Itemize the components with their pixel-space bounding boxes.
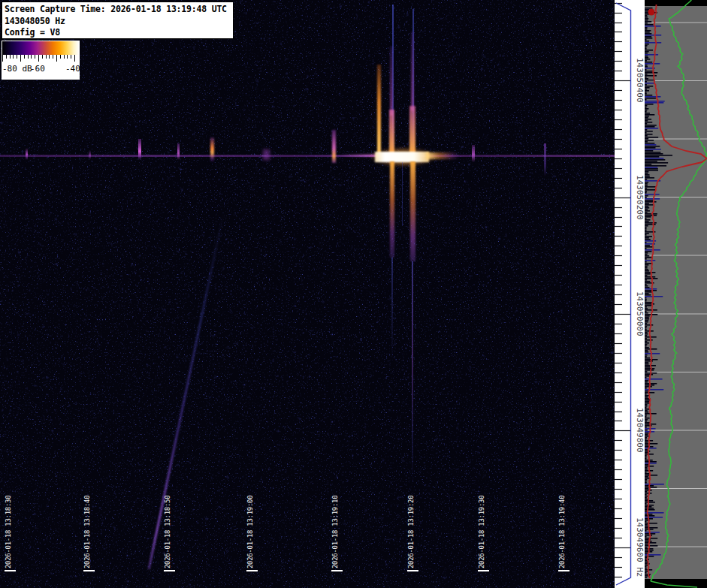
spectrum-noise-bar <box>645 132 647 134</box>
spectrum-noise-bar <box>645 92 647 93</box>
time-tick <box>558 570 570 571</box>
spectrum-noise-bar <box>645 83 655 84</box>
spectrum-noise-bar <box>645 320 648 321</box>
spectrum-noise-bar <box>645 8 652 9</box>
spectrum-noise-bar <box>645 59 650 60</box>
spectrum-noise-bar <box>645 218 647 219</box>
time-label: 2026-01-18 13:18:30 <box>5 496 13 568</box>
spectrum-noise-bar <box>645 134 653 135</box>
spectrum-noise-bar <box>645 487 657 488</box>
time-label: 2026-01-18 13:19:20 <box>407 496 415 568</box>
spectrum-noise-bar <box>645 407 647 409</box>
spectrum-noise-bar <box>645 195 648 197</box>
time-label: 2026-01-18 13:18:50 <box>164 496 172 568</box>
spectrum-noise-bar <box>645 318 649 320</box>
time-tick <box>407 570 418 571</box>
spectrum-noise-bar <box>645 430 648 431</box>
red-peak-marker-dot <box>648 9 655 16</box>
spectrum-noise-bar <box>645 266 648 267</box>
spectrum-noise-bar <box>645 207 649 209</box>
spectrum-noise-bar <box>645 288 657 290</box>
spectrum-noise-bar <box>645 323 647 324</box>
spectrum-noise-bar <box>645 308 648 309</box>
spectrum-noise-bar <box>645 338 647 339</box>
spectrum-noise-bar <box>645 188 647 189</box>
spectrum-noise-bar <box>645 296 663 297</box>
spectrum-noise-bar <box>645 279 647 281</box>
spectrum-noise-bar <box>645 443 657 445</box>
spectrum-noise-bar <box>645 225 648 227</box>
spectrum-noise-bar <box>645 18 648 20</box>
spectrum-noise-bar <box>645 93 647 95</box>
frequency-label: 143050200 <box>635 175 644 220</box>
spectrum-noise-bar <box>645 122 652 123</box>
spectrum-noise-bar <box>645 315 650 317</box>
spectrum-noise-bar <box>645 80 654 81</box>
spectrum-noise-bar <box>645 503 647 505</box>
spectrum-noise-bar <box>645 312 648 314</box>
spectrum-noise-bar <box>645 252 648 254</box>
spectrum-noise-bar <box>645 378 663 380</box>
spectrum-noise-bar <box>645 144 656 146</box>
spectrum-noise-bar <box>645 171 648 173</box>
spectrum-noise-bar <box>645 342 649 344</box>
spectrum-noise-bar <box>645 437 647 439</box>
time-label: 2026-01-18 13:19:30 <box>478 496 486 568</box>
spectrum-noise-bar <box>645 33 651 35</box>
spectrum-noise-bar <box>645 162 668 164</box>
spectrum-noise-bar <box>645 84 647 86</box>
spectrum-noise-bar <box>645 412 648 413</box>
spectrum-noise-bar <box>645 189 656 191</box>
spectrum-noise-bar <box>645 204 653 206</box>
spectrum-noise-bar <box>645 321 648 323</box>
spectrum-noise-bar <box>645 311 647 312</box>
spectrum-noise-bar <box>645 497 647 499</box>
spectrum-noise-bar <box>645 455 647 457</box>
spectrum-noise-bar <box>645 305 651 306</box>
spectrum-noise-bar <box>645 128 658 129</box>
spectrum-noise-bar <box>645 159 665 161</box>
spectrum-noise-bar <box>645 107 647 108</box>
spectrum-noise-bar <box>645 182 648 183</box>
spectrum-noise-bar <box>645 153 663 155</box>
spectrum-noise-bar <box>645 324 653 326</box>
spectrum-noise-bar <box>645 556 654 557</box>
spectrum-noise-bar <box>645 499 648 500</box>
spectrum-noise-bar <box>645 152 660 153</box>
spectrum-noise-bar <box>645 297 647 299</box>
spectrum-noise-bar <box>645 75 657 77</box>
spectrum-noise-bar <box>645 563 650 565</box>
spectrum-noise-bar <box>645 179 647 180</box>
spectrum-noise-bar <box>645 125 657 126</box>
capture-time-text: Screen Capture Time: 2026-01-18 13:19:48… <box>5 4 231 16</box>
spectrum-noise-bar <box>645 222 657 224</box>
time-tick <box>478 570 489 571</box>
colorbar-major-ticks <box>2 55 77 62</box>
spectrum-noise-bar <box>645 300 647 302</box>
spectrum-noise-bar <box>645 291 653 293</box>
spectrum-noise-bar <box>645 434 648 436</box>
spectrum-noise-bar <box>645 327 647 329</box>
spectrum-noise-bar <box>645 113 650 114</box>
spectrum-noise-bar <box>645 36 651 38</box>
spectrum-noise-bar <box>645 491 647 493</box>
spectrum-noise-bar <box>645 129 647 131</box>
spectrum-noise-bar <box>645 309 657 311</box>
spectrum-noise-bar <box>645 206 648 207</box>
spectrum-noise-bar <box>645 165 666 167</box>
spectrum-noise-bar <box>645 371 647 372</box>
spectrum-noise-bar <box>645 442 648 443</box>
spectrum-noise-bar <box>645 572 647 574</box>
spectrum-noise-bar <box>645 521 647 523</box>
spectrum-noise-bar <box>645 168 658 170</box>
spectrum-noise-bar <box>645 32 650 33</box>
spectrum-noise-bar <box>645 482 647 484</box>
spectrum-noise-bar <box>645 47 647 48</box>
spectrum-noise-bar <box>645 436 649 437</box>
spectrum-noise-bar <box>645 39 647 41</box>
spectrum-noise-bar <box>645 72 657 74</box>
spectrum-noise-bar <box>645 20 648 21</box>
spectrum-noise-bar <box>645 141 648 143</box>
spectrum-noise-bar <box>645 261 647 263</box>
spectrum-noise-bar <box>645 264 648 266</box>
